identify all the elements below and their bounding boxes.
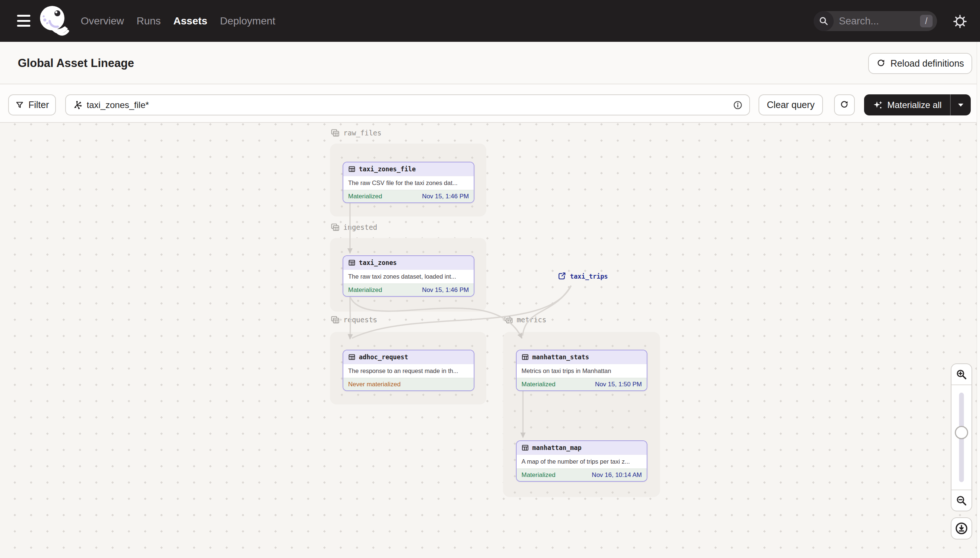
materialize-dropdown-toggle[interactable] <box>950 94 971 115</box>
nav-runs[interactable]: Runs <box>137 15 161 27</box>
group-name: requests <box>343 316 377 324</box>
page-scrollbar[interactable] <box>977 42 980 558</box>
asset-status-bar: Materialized Nov 15, 1:50 PM <box>517 378 647 391</box>
sparkle-icon <box>873 100 883 110</box>
group-icon <box>331 223 339 231</box>
asset-node-manhattan-map[interactable]: manhattan_map A map of the number of tri… <box>516 440 647 482</box>
asset-node-manhattan-stats[interactable]: manhattan_stats Metrics on taxi trips in… <box>516 350 647 391</box>
asset-query-value: taxi_zones_file* <box>87 100 733 110</box>
nav-assets[interactable]: Assets <box>173 15 208 27</box>
zoom-in-icon <box>955 369 967 381</box>
settings-gear-icon[interactable] <box>953 14 967 29</box>
zoom-slider-thumb[interactable] <box>955 426 968 439</box>
asset-node-header: manhattan_map <box>517 441 647 455</box>
zoom-out-button[interactable] <box>952 490 972 510</box>
zoom-controls <box>951 363 972 511</box>
menu-icon[interactable] <box>17 15 30 27</box>
materialization-timestamp: Nov 16, 10:14 AM <box>592 471 642 479</box>
asset-status-bar: Materialized Nov 15, 1:46 PM <box>343 190 474 202</box>
nav-overview[interactable]: Overview <box>81 15 124 27</box>
status-badge: Materialized <box>522 471 555 479</box>
asset-description: A map of the number of trips per taxi z.… <box>517 455 647 468</box>
asset-node-header: taxi_zones_file <box>343 162 474 176</box>
group-icon <box>504 316 513 324</box>
asset-description: The raw CSV file for the taxi zones dat.… <box>343 176 474 190</box>
page-title: Global Asset Lineage <box>18 42 134 84</box>
chevron-down-icon <box>958 103 964 107</box>
download-image-button[interactable] <box>951 517 972 540</box>
lineage-canvas[interactable]: raw_files ingested requests metrics <box>0 123 980 558</box>
lineage-edges <box>0 123 980 558</box>
table-icon <box>348 166 356 173</box>
table-icon <box>348 259 356 266</box>
group-label-raw-files[interactable]: raw_files <box>331 129 382 137</box>
asset-name: taxi_zones_file <box>359 166 416 173</box>
materialize-all-main[interactable]: Materialize all <box>864 94 950 115</box>
group-label-metrics[interactable]: metrics <box>504 316 546 324</box>
download-icon <box>955 522 968 535</box>
materialize-all-label: Materialize all <box>888 100 942 110</box>
asset-status-bar: Never materialized <box>343 378 474 391</box>
asset-node-header: adhoc_request <box>343 350 474 364</box>
top-navigation-bar: Overview Runs Assets Deployment Search..… <box>0 0 980 42</box>
external-asset-taxi-trips[interactable]: taxi_trips <box>557 272 608 281</box>
reload-icon <box>876 59 886 69</box>
group-name: metrics <box>517 316 546 324</box>
page-header: Global Asset Lineage Reload definitions <box>0 42 980 84</box>
filter-button[interactable]: Filter <box>8 94 56 115</box>
funnel-icon <box>15 101 24 110</box>
zoom-in-button[interactable] <box>952 364 972 384</box>
asset-node-taxi-zones[interactable]: taxi_zones The raw taxi zones dataset, l… <box>343 255 474 297</box>
clear-query-button[interactable]: Clear query <box>759 94 823 115</box>
group-label-requests[interactable]: requests <box>331 316 377 324</box>
external-asset-name: taxi_trips <box>570 273 608 280</box>
refresh-button[interactable] <box>834 94 855 115</box>
asset-description: The response to an request made in th... <box>343 364 474 378</box>
status-badge: Never materialized <box>348 381 401 388</box>
search-placeholder: Search... <box>839 16 920 27</box>
zoom-slider <box>952 384 972 490</box>
materialize-all-button[interactable]: Materialize all <box>864 94 971 115</box>
asset-name: manhattan_stats <box>532 353 589 361</box>
materialization-timestamp: Nov 15, 1:50 PM <box>595 381 642 388</box>
search-icon <box>814 11 834 31</box>
info-icon[interactable] <box>733 100 743 110</box>
zoom-out-icon <box>955 495 967 507</box>
asset-name: adhoc_request <box>359 353 408 361</box>
asset-name: taxi_zones <box>359 259 397 266</box>
asset-name: manhattan_map <box>532 444 581 451</box>
reload-definitions-button[interactable]: Reload definitions <box>868 53 972 74</box>
lineage-query-icon <box>72 100 82 110</box>
asset-node-header: manhattan_stats <box>517 350 647 364</box>
group-icon <box>331 316 339 324</box>
asset-status-bar: Materialized Nov 15, 1:46 PM <box>343 284 474 296</box>
primary-nav: Overview Runs Assets Deployment <box>81 0 275 42</box>
lineage-toolbar: Filter taxi_zones_file* Clear query Mate… <box>0 84 980 123</box>
group-icon <box>331 129 339 137</box>
asset-node-taxi-zones-file[interactable]: taxi_zones_file The raw CSV file for the… <box>343 162 474 203</box>
status-badge: Materialized <box>348 286 382 294</box>
group-label-ingested[interactable]: ingested <box>331 223 377 231</box>
asset-status-bar: Materialized Nov 16, 10:14 AM <box>517 468 647 481</box>
table-icon <box>522 444 529 451</box>
materialization-timestamp: Nov 15, 1:46 PM <box>422 193 469 200</box>
asset-description: The raw taxi zones dataset, loaded int..… <box>343 269 474 284</box>
filter-label: Filter <box>28 100 49 110</box>
asset-node-header: taxi_zones <box>343 256 474 269</box>
materialization-timestamp: Nov 15, 1:46 PM <box>422 286 469 294</box>
search-shortcut-badge: / <box>920 15 932 27</box>
asset-node-adhoc-request[interactable]: adhoc_request The response to an request… <box>343 350 474 391</box>
dagster-logo <box>38 5 70 38</box>
status-badge: Materialized <box>522 381 555 388</box>
asset-query-input[interactable]: taxi_zones_file* <box>65 94 750 115</box>
refresh-icon <box>840 100 849 110</box>
table-icon <box>522 353 529 361</box>
group-name: ingested <box>343 223 377 231</box>
clear-query-label: Clear query <box>767 100 814 110</box>
status-badge: Materialized <box>348 193 382 200</box>
group-name: raw_files <box>343 129 382 137</box>
search-input[interactable]: Search... / <box>814 11 937 31</box>
asset-description: Metrics on taxi trips in Manhattan <box>517 364 647 378</box>
external-link-icon <box>557 272 566 281</box>
nav-deployment[interactable]: Deployment <box>220 15 275 27</box>
